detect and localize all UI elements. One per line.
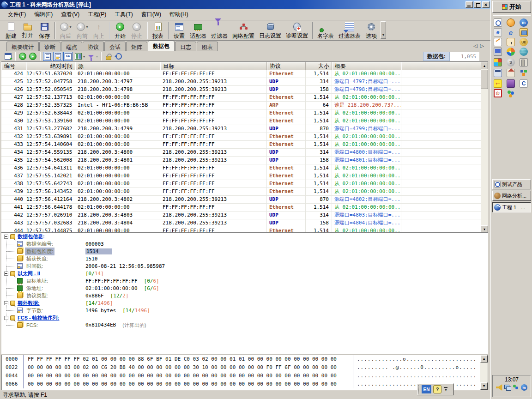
tree-item[interactable]: FCS:0x81D434EB(计算出的) — [1, 321, 488, 329]
menu-item-工[interactable]: 工程(P) — [84, 10, 110, 19]
packet-toolbar-view-list[interactable] — [43, 52, 52, 61]
language-indicator[interactable]: EN — [422, 385, 431, 393]
packet-toolbar-view-detail[interactable] — [53, 52, 62, 61]
tree-section[interactable]: FCS - 帧校验序列: — [1, 314, 488, 321]
dropdown-arrow-icon[interactable]: ▾ — [69, 25, 71, 29]
toolbar-button-log-settings[interactable]: 日志设置 — [257, 21, 284, 40]
tab-图表[interactable]: 图表 — [197, 42, 218, 51]
menu-item-编[interactable]: 编辑(E) — [30, 10, 57, 19]
book-icon[interactable] — [507, 79, 515, 88]
dropdown-arrow-icon[interactable]: ▾ — [83, 54, 85, 59]
packet-toolbar-nav-back[interactable]: ◄ — [18, 52, 27, 61]
messenger-icon[interactable] — [513, 384, 519, 391]
file-search-icon[interactable] — [494, 18, 502, 27]
column-header-目标[interactable]: 目标 — [160, 62, 267, 70]
packet-row[interactable]: 44312:57:57.032683218.200.200.3:4804218.… — [1, 219, 481, 227]
packet-list-scrollbar[interactable]: ▲ ▼ — [481, 62, 488, 232]
tab-概要统计[interactable]: 概要统计 — [6, 42, 39, 51]
tree-item[interactable]: 协议类型:0x886F[12/2] — [1, 292, 488, 299]
toolbar-button-new-document[interactable]: 新建 — [3, 21, 19, 40]
language-help-button[interactable]: ? — [433, 385, 441, 393]
clock-icon[interactable] — [507, 38, 515, 46]
hex-row[interactable]: 002200 00 00 00 03 00 02 00 C6 20 B8 40 … — [2, 363, 488, 372]
packet-row[interactable]: 43912:57:56.14345202:01:00:00:00:00FF:FF… — [1, 188, 481, 196]
volume-icon[interactable] — [496, 384, 502, 391]
language-bar-grip[interactable] — [418, 385, 420, 393]
packet-row[interactable]: 42512:57:52.047758218.200.200.3:4797218.… — [1, 78, 481, 86]
toolbar-button-options[interactable]: 选项 — [363, 21, 380, 40]
column-header-编号[interactable]: 编号 — [1, 62, 26, 70]
packet-row[interactable]: 43712:57:55.14202102:01:00:00:00:00FF:FF… — [1, 172, 481, 180]
pc-tower-icon[interactable] — [520, 58, 528, 66]
packet-row[interactable]: 43012:57:53.13916002:01:00:00:00:00FF:FF… — [1, 117, 481, 125]
maxthon-tray-icon[interactable]: m — [521, 384, 527, 391]
toolbar-button-name-table[interactable]: 名字表 — [315, 21, 336, 40]
scroll-up-button[interactable]: ▲ — [481, 62, 488, 69]
packet-row[interactable]: 42912:57:52.63844302:01:00:00:00:00FF:FF… — [1, 109, 481, 117]
tree-item[interactable]: 数据包编号:000003 — [1, 240, 488, 248]
taskbar-task-1[interactable]: 测试产品 — [492, 179, 531, 189]
packet-row[interactable]: 42412:57:51.63702002:01:00:00:00:00FF:FF… — [1, 70, 481, 78]
column-header-大小[interactable]: 大小 — [306, 62, 332, 70]
restore-button[interactable] — [474, 1, 481, 8]
display-icon[interactable] — [494, 48, 502, 56]
menu-item-工[interactable]: 工具(T) — [110, 10, 137, 19]
msn-icon[interactable] — [507, 89, 515, 97]
dropdown-arrow-icon[interactable]: ▾ — [86, 25, 88, 29]
toolbar-button-settings[interactable]: 设置 — [171, 21, 187, 40]
tree-item[interactable]: 字节数:1496 bytes[14/1496] — [1, 307, 488, 314]
packet-toolbar-lock[interactable] — [104, 52, 113, 61]
packet-row[interactable]: 43412:57:54.559135218.200.200.3:4800218.… — [1, 149, 481, 157]
packet-row[interactable]: 43612:57:54.64131102:01:00:00:00:00FF:FF… — [1, 164, 481, 172]
seal-icon[interactable]: 印 — [494, 89, 502, 97]
tab-协议[interactable]: 协议 — [83, 42, 104, 51]
menu-item-文[interactable]: 文件(F) — [4, 10, 30, 19]
maxthon-icon[interactable]: m — [520, 18, 528, 27]
math-icon[interactable]: +− — [494, 79, 502, 88]
chevron-down-icon[interactable]: ▼ — [444, 388, 447, 392]
toolbar-button-open-folder[interactable]: 打开 — [19, 21, 36, 40]
menu-item-帮[interactable]: 帮助(H) — [165, 10, 193, 19]
toolbar-button-adapter[interactable]: 适配器 — [187, 21, 209, 40]
packet-row[interactable]: 44412:57:57.14487502:01:00:00:00:00FF:FF… — [1, 227, 481, 232]
qq-icon[interactable] — [507, 18, 515, 27]
tab-数据包[interactable]: 数据包 — [148, 41, 175, 51]
wordpad-icon[interactable] — [494, 38, 502, 46]
capp-icon[interactable]: C — [520, 79, 528, 88]
packet-row[interactable]: 42612:57:52.050545218.200.200.3:4798218.… — [1, 86, 481, 94]
calculator-icon[interactable] — [494, 69, 502, 77]
taskbar-task-2[interactable]: 网络分析... — [492, 191, 531, 201]
packet-toolbar-view-hex[interactable]: 6A — [63, 52, 73, 61]
globe-net-icon[interactable] — [520, 48, 528, 56]
toolbar-button-report[interactable]: 报表 — [150, 21, 166, 40]
tab-矩阵[interactable]: 矩阵 — [126, 42, 147, 51]
toolbar-button-diagnosis-settings[interactable]: 诊断设置 — [284, 21, 310, 40]
tab-端点[interactable]: 端点 — [61, 42, 82, 51]
folder-image-icon[interactable] — [520, 28, 528, 36]
collapse-toggle-icon[interactable] — [4, 272, 8, 276]
cubes-icon[interactable] — [520, 69, 528, 77]
tab-诊断[interactable]: 诊断 — [39, 42, 60, 51]
toolbar-button-save[interactable]: 保存 — [36, 21, 53, 40]
tree-section[interactable]: 额外数据:[14/1496] — [1, 299, 488, 307]
hex-scroll-down-button[interactable]: ▼ — [480, 382, 488, 390]
packet-row[interactable]: 44112:57:56.64417802:01:00:00:00:00FF:FF… — [1, 204, 481, 212]
packet-toolbar-refresh[interactable] — [114, 52, 123, 61]
dropdown-arrow-icon[interactable]: ▾ — [96, 54, 98, 59]
ie-icon[interactable]: e — [507, 28, 515, 36]
tree-section[interactable]: 以太网 - II[0/14] — [1, 270, 488, 277]
menu-item-窗[interactable]: 窗口(W) — [137, 10, 165, 19]
column-header-概要[interactable]: 概要 — [332, 62, 401, 70]
collapse-toggle-icon[interactable] — [4, 316, 8, 320]
column-header-协议[interactable]: 协议 — [267, 62, 306, 70]
tree-item[interactable]: 目标地址:FF:FF:FF:FF:FF:FF[0/6] — [1, 277, 488, 284]
toolbar-button-filter-table[interactable]: 过滤器表 — [336, 21, 363, 40]
title-bar[interactable]: 工程 1 - 科来网络分析系统 [停止] × — [0, 0, 490, 9]
colors-app-icon[interactable] — [494, 58, 502, 66]
tab-会话[interactable]: 会话 — [104, 42, 126, 51]
column-header-绝对时间[interactable]: 绝对时间 — [26, 62, 75, 70]
home-icon[interactable] — [507, 69, 515, 77]
packet-row[interactable]: 43312:57:54.14060402:01:00:00:00:00FF:FF… — [1, 141, 481, 149]
tree-item[interactable]: 源地址:02:01:00:00:00:00[6/6] — [1, 284, 488, 292]
tab-日志[interactable]: 日志 — [175, 42, 196, 51]
